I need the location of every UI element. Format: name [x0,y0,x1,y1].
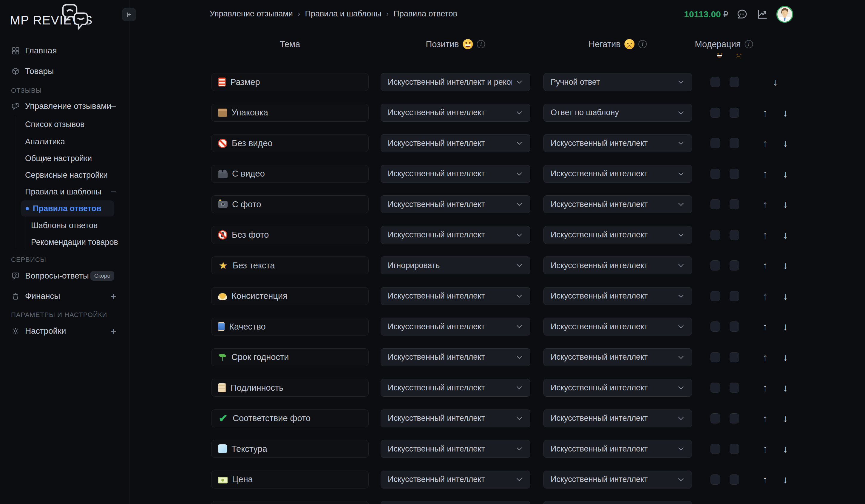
move-down-icon[interactable]: ↓ [778,199,793,209]
move-up-icon[interactable]: ↑ [758,291,773,301]
analytics-chart-icon[interactable] [756,8,769,21]
sidebar-item-settings[interactable]: Настройки + [0,323,129,339]
move-down-icon[interactable]: ↓ [768,77,783,87]
moderation-negative-checkbox[interactable] [729,199,739,209]
expand-plus-icon[interactable]: + [111,291,116,301]
positive-response-select[interactable]: Искусственный интеллект [381,318,530,336]
moderation-negative-checkbox[interactable] [729,321,739,332]
moderation-positive-checkbox[interactable] [711,138,720,148]
move-down-icon[interactable]: ↓ [778,474,793,484]
topic-field[interactable]: Текстура [211,440,369,458]
move-up-icon[interactable]: ↑ [758,260,773,270]
positive-response-select[interactable]: Искусственный интеллект [381,195,530,213]
positive-response-select[interactable]: Искусственный интеллект и рекоменда... [381,73,530,91]
moderation-positive-checkbox[interactable] [711,474,720,484]
positive-response-select[interactable]: Игнорировать [381,257,530,274]
breadcrumb-item[interactable]: Правила ответов [393,9,457,19]
positive-response-select[interactable]: Искусственный интеллект [381,134,530,152]
move-up-icon[interactable]: ↑ [758,352,773,362]
sidebar-item-review-management[interactable]: Управление отзывами − [0,98,129,115]
negative-response-select[interactable] [543,501,692,504]
move-down-icon[interactable]: ↓ [778,444,793,454]
positive-response-select[interactable]: Искусственный интеллект [381,226,530,244]
move-up-icon[interactable]: ↑ [758,444,773,454]
moderation-positive-checkbox[interactable] [711,383,720,393]
moderation-positive-checkbox[interactable] [711,169,720,179]
topic-field[interactable]: ★Без текста [211,257,369,274]
negative-response-select[interactable]: Искусственный интеллект [543,195,692,213]
topic-field[interactable]: Подлинность [211,379,369,397]
moderation-negative-checkbox[interactable] [729,260,739,270]
topic-field[interactable] [211,501,369,504]
topic-field[interactable]: Консистенция [211,287,369,305]
negative-response-select[interactable]: Искусственный интеллект [543,134,692,152]
moderation-negative-checkbox[interactable] [729,138,739,148]
move-down-icon[interactable]: ↓ [778,230,793,240]
moderation-positive-checkbox[interactable] [711,352,720,362]
negative-response-select[interactable]: Искусственный интеллект [543,165,692,183]
sidebar-item-product-recommendations[interactable]: Рекомендации товаров [0,234,129,250]
move-up-icon[interactable]: ↑ [758,321,773,332]
info-icon[interactable] [745,40,753,48]
moderation-positive-checkbox[interactable] [711,321,720,332]
sidebar-item-finances[interactable]: Финансы + [0,288,129,304]
positive-response-select[interactable]: Искусственный интеллект [381,104,530,122]
moderation-negative-checkbox[interactable] [729,230,739,240]
negative-response-select[interactable]: Искусственный интеллект [543,226,692,244]
positive-response-select[interactable]: Искусственный интеллект [381,287,530,305]
move-up-icon[interactable]: ↑ [758,169,773,179]
avatar[interactable] [776,6,793,23]
negative-response-select[interactable]: Искусственный интеллект [543,348,692,366]
sidebar-item-response-rules-active[interactable]: Правила ответов [21,200,114,216]
sidebar-item-service-settings[interactable]: Сервисные настройки [0,167,129,184]
positive-response-select[interactable]: Искусственный интеллект [381,409,530,427]
move-down-icon[interactable]: ↓ [778,291,793,301]
topic-field[interactable]: С фото [211,195,369,213]
negative-response-select[interactable]: Ответ по шаблону [543,104,692,122]
positive-response-select[interactable]: Искусственный интеллект [381,379,530,397]
positive-response-select[interactable]: Искусственный интеллект [381,440,530,458]
move-up-icon[interactable]: ↑ [758,230,773,240]
moderation-negative-checkbox[interactable] [729,413,739,423]
topic-field[interactable]: Без видео [211,134,369,152]
move-down-icon[interactable]: ↓ [778,108,793,118]
negative-response-select[interactable]: Искусственный интеллект [543,318,692,336]
negative-response-select[interactable]: Искусственный интеллект [543,257,692,274]
move-up-icon[interactable]: ↑ [758,413,773,423]
expand-plus-icon[interactable]: + [111,326,116,336]
topic-field[interactable]: Качество [211,318,369,336]
topic-field[interactable]: Цена [211,471,369,489]
moderation-negative-checkbox[interactable] [729,77,739,87]
negative-response-select[interactable]: Искусственный интеллект [543,379,692,397]
moderation-negative-checkbox[interactable] [729,108,739,118]
moderation-negative-checkbox[interactable] [729,383,739,393]
move-down-icon[interactable]: ↓ [778,138,793,148]
positive-response-select[interactable]: Искусственный интеллект [381,348,530,366]
topic-field[interactable]: Размер [211,73,369,91]
moderation-negative-checkbox[interactable] [729,291,739,301]
positive-response-select[interactable] [381,501,530,504]
move-down-icon[interactable]: ↓ [778,413,793,423]
topic-field[interactable]: Срок годности [211,348,369,366]
breadcrumb-item[interactable]: Управление отзывами [210,9,293,19]
messages-icon[interactable] [736,8,749,21]
sidebar-item-review-list[interactable]: Список отзывов [0,116,129,133]
negative-response-select[interactable]: Искусственный интеллект [543,440,692,458]
breadcrumb-item[interactable]: Правила и шаблоны [305,9,381,19]
move-down-icon[interactable]: ↓ [778,321,793,332]
sidebar-collapse-button[interactable] [122,8,136,21]
moderation-positive-checkbox[interactable] [711,77,720,87]
negative-response-select[interactable]: Искусственный интеллект [543,287,692,305]
move-up-icon[interactable]: ↑ [758,108,773,118]
sidebar-item-analytics[interactable]: Аналитика [0,133,129,150]
move-up-icon[interactable]: ↑ [758,138,773,148]
topic-field[interactable]: Упаковка [211,104,369,122]
moderation-negative-checkbox[interactable] [729,444,739,454]
negative-response-select[interactable]: Ручной ответ [543,73,692,91]
topic-field[interactable]: ✔Соответствие фото [211,409,369,427]
collapse-minus-icon[interactable]: − [111,101,116,111]
moderation-positive-checkbox[interactable] [711,108,720,118]
positive-response-select[interactable]: Искусственный интеллект [381,471,530,489]
topic-field[interactable]: Без фото [211,226,369,244]
sidebar-item-questions-answers[interactable]: Вопросы-ответы Скоро [0,268,129,284]
